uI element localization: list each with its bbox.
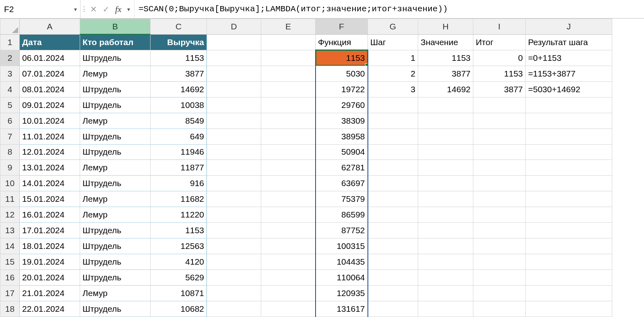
enter-icon[interactable]: ✓ (103, 5, 109, 13)
cell-E5[interactable] (261, 97, 316, 113)
cell-F7[interactable]: 38958 (316, 128, 368, 144)
cell-A13[interactable]: 17.01.2024 (20, 223, 80, 238)
cell-E11[interactable] (261, 191, 316, 207)
cell-C7[interactable]: 649 (151, 128, 207, 144)
cell-A11[interactable]: 15.01.2024 (20, 191, 80, 207)
cell-F16[interactable]: 110064 (316, 270, 368, 286)
cell-F5[interactable]: 29760 (316, 97, 368, 113)
cell-H10[interactable] (418, 176, 473, 191)
column-header-G[interactable]: G (368, 19, 418, 35)
cell-G8[interactable] (368, 144, 418, 160)
cell-F1[interactable]: Функция (316, 34, 368, 50)
cell-F3[interactable]: 5030 (316, 66, 368, 81)
cell-B4[interactable]: Штрудель (80, 81, 151, 97)
cell-F13[interactable]: 87752 (316, 223, 368, 238)
cell-I9[interactable] (473, 160, 526, 176)
cell-I3[interactable]: 1153 (473, 66, 526, 81)
cell-B15[interactable]: Штрудель (80, 254, 151, 270)
chevron-down-icon[interactable]: ▾ (74, 6, 77, 12)
cell-J6[interactable] (526, 113, 612, 128)
cell-E18[interactable] (261, 301, 316, 317)
row-header-8[interactable]: 8 (0, 144, 20, 160)
cell-D6[interactable] (207, 113, 261, 128)
cell-E13[interactable] (261, 223, 316, 238)
cell-I8[interactable] (473, 144, 526, 160)
cell-B17[interactable]: Лемур (80, 285, 151, 301)
cell-H17[interactable] (418, 285, 473, 301)
cell-C8[interactable]: 11946 (151, 144, 207, 160)
cell-I4[interactable]: 3877 (473, 81, 526, 97)
cell-A18[interactable]: 22.01.2024 (20, 301, 80, 317)
cell-H11[interactable] (418, 191, 473, 207)
cell-H7[interactable] (418, 128, 473, 144)
cell-A3[interactable]: 07.01.2024 (20, 66, 80, 81)
cell-I10[interactable] (473, 176, 526, 191)
cell-I1[interactable]: Итог (473, 34, 526, 50)
column-header-H[interactable]: H (418, 19, 473, 35)
cell-D5[interactable] (207, 97, 261, 113)
select-all-corner[interactable] (0, 19, 20, 35)
cell-F17[interactable]: 120935 (316, 285, 368, 301)
cell-J9[interactable] (526, 160, 612, 176)
cell-J11[interactable] (526, 191, 612, 207)
cell-G2[interactable]: 1 (368, 50, 418, 66)
cell-G6[interactable] (368, 113, 418, 128)
cell-E9[interactable] (261, 160, 316, 176)
cell-H14[interactable] (418, 238, 473, 254)
cell-G5[interactable] (368, 97, 418, 113)
row-header-6[interactable]: 6 (0, 113, 20, 128)
cell-J3[interactable]: =1153+3877 (526, 66, 612, 81)
cell-C11[interactable]: 11682 (151, 191, 207, 207)
cell-H2[interactable]: 1153 (418, 50, 473, 66)
cell-H9[interactable] (418, 160, 473, 176)
cell-B8[interactable]: Штрудель (80, 144, 151, 160)
cell-J17[interactable] (526, 285, 612, 301)
column-header-I[interactable]: I (473, 19, 526, 35)
cell-A8[interactable]: 12.01.2024 (20, 144, 80, 160)
cell-A7[interactable]: 11.01.2024 (20, 128, 80, 144)
cell-A16[interactable]: 20.01.2024 (20, 270, 80, 286)
cell-B6[interactable]: Лемур (80, 113, 151, 128)
row-header-15[interactable]: 15 (0, 254, 20, 270)
cell-J15[interactable] (526, 254, 612, 270)
cell-I11[interactable] (473, 191, 526, 207)
row-header-10[interactable]: 10 (0, 176, 20, 191)
cell-B10[interactable]: Штрудель (80, 176, 151, 191)
cell-E16[interactable] (261, 270, 316, 286)
cell-E7[interactable] (261, 128, 316, 144)
cell-G18[interactable] (368, 301, 418, 317)
cell-H18[interactable] (418, 301, 473, 317)
cell-F9[interactable]: 62781 (316, 160, 368, 176)
cell-A6[interactable]: 10.01.2024 (20, 113, 80, 128)
cell-J7[interactable] (526, 128, 612, 144)
cell-E14[interactable] (261, 238, 316, 254)
cell-F4[interactable]: 19722 (316, 81, 368, 97)
cell-D2[interactable] (207, 50, 261, 66)
cell-I6[interactable] (473, 113, 526, 128)
cell-E12[interactable] (261, 207, 316, 223)
cell-D14[interactable] (207, 238, 261, 254)
cell-D10[interactable] (207, 176, 261, 191)
cell-J1[interactable]: Результат шага (526, 34, 612, 50)
cell-E3[interactable] (261, 66, 316, 81)
cell-F2[interactable]: 1153 (316, 50, 368, 66)
cell-F14[interactable]: 100315 (316, 238, 368, 254)
cell-C14[interactable]: 12563 (151, 238, 207, 254)
cell-F6[interactable]: 38309 (316, 113, 368, 128)
cell-A14[interactable]: 18.01.2024 (20, 238, 80, 254)
cell-G17[interactable] (368, 285, 418, 301)
cell-B12[interactable]: Лемур (80, 207, 151, 223)
cell-F12[interactable]: 86599 (316, 207, 368, 223)
column-header-F[interactable]: F (316, 19, 368, 35)
cell-C12[interactable]: 11220 (151, 207, 207, 223)
cell-H4[interactable]: 14692 (418, 81, 473, 97)
cell-C1[interactable]: Выручка (151, 34, 207, 50)
cell-H3[interactable]: 3877 (418, 66, 473, 81)
row-header-1[interactable]: 1 (0, 34, 20, 50)
cell-B1[interactable]: Кто работал (80, 34, 151, 50)
cell-C15[interactable]: 4120 (151, 254, 207, 270)
cell-H15[interactable] (418, 254, 473, 270)
cell-G16[interactable] (368, 270, 418, 286)
cell-G1[interactable]: Шаг (368, 34, 418, 50)
cell-A4[interactable]: 08.01.2024 (20, 81, 80, 97)
